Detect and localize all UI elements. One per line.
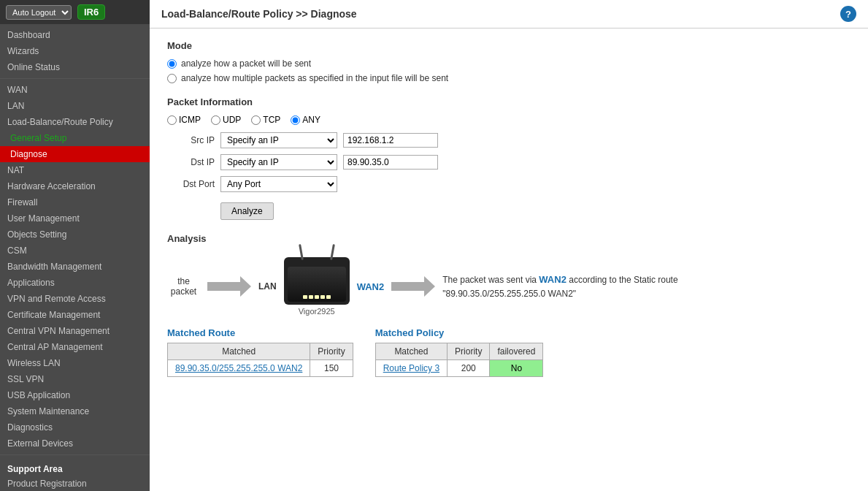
matched-policy-value[interactable]: Route Policy 3 <box>375 360 447 377</box>
matched-route-priority: 150 <box>310 360 353 377</box>
page-title: Load-Balance/Route Policy >> Diagnose <box>161 8 357 20</box>
sidebar-support: Support Area Product Registration <box>0 455 150 491</box>
sidebar-item-ssl-vpn[interactable]: SSL VPN <box>0 371 150 387</box>
router-label: Vigor2925 <box>299 307 335 316</box>
page-content: Mode analyze how a packet will be sent a… <box>150 28 868 491</box>
wan2-link[interactable]: WAN2 <box>357 281 385 292</box>
src-ip-dropdown[interactable]: Specify an IP <box>220 132 337 148</box>
packet-info-section: Packet Information ICMP UDP TCP ANY <box>167 96 850 220</box>
mode-option-2[interactable]: analyze how multiple packets as specifie… <box>167 73 850 83</box>
sidebar-item-wan[interactable]: WAN <box>0 82 150 98</box>
protocol-tcp[interactable]: TCP <box>251 115 280 125</box>
arrow-right <box>391 275 435 298</box>
lan-label: LAN <box>258 281 277 292</box>
dst-port-row: Dst Port Any Port <box>167 176 850 192</box>
mode-title: Mode <box>167 40 850 51</box>
sidebar-item-dashboard[interactable]: Dashboard <box>0 27 150 43</box>
sidebar-item-central-ap[interactable]: Central AP Management <box>0 339 150 355</box>
sidebar-item-objects-setting[interactable]: Objects Setting <box>0 227 150 243</box>
matched-route-value[interactable]: 89.90.35.0/255.255.255.0 WAN2 <box>168 360 310 377</box>
src-ip-label: Src IP <box>167 135 215 145</box>
table-row: Route Policy 3 200 No <box>375 360 543 377</box>
proto-radio-udp[interactable] <box>211 115 220 125</box>
topbar: Load-Balance/Route Policy >> Diagnose ? <box>150 0 868 28</box>
help-button[interactable]: ? <box>840 6 856 22</box>
sidebar-item-usb-application[interactable]: USB Application <box>0 387 150 403</box>
proto-radio-icmp[interactable] <box>167 115 177 125</box>
analysis-section: Analysis thepacket LAN <box>167 233 850 377</box>
matched-policy-col-failovered: failovered <box>490 343 543 360</box>
mode-radio-1[interactable] <box>167 59 177 69</box>
svg-marker-0 <box>207 276 251 297</box>
matched-policy-block: Matched Policy Matched Priority failover… <box>375 327 544 377</box>
protocol-row: ICMP UDP TCP ANY <box>167 115 850 125</box>
matched-policy-header-row: Matched Priority failovered <box>375 343 543 360</box>
src-ip-input[interactable] <box>343 133 438 148</box>
sidebar-support-label: Support Area <box>0 458 150 476</box>
sidebar-item-product-registration[interactable]: Product Registration <box>0 476 150 491</box>
protocol-any[interactable]: ANY <box>291 115 320 125</box>
antenna-left-icon <box>299 244 304 260</box>
proto-label-udp: UDP <box>223 115 241 125</box>
sidebar-header: Auto Logout IR6 <box>0 0 150 24</box>
port-4 <box>320 295 325 299</box>
router-box: Vigor2925 <box>284 257 350 316</box>
sidebar-item-diagnostics[interactable]: Diagnostics <box>0 419 150 435</box>
mode-option-1[interactable]: analyze how a packet will be sent <box>167 58 850 69</box>
router-ports <box>303 295 331 299</box>
router-body <box>288 267 346 302</box>
router-image <box>284 257 350 305</box>
matched-route-block: Matched Route Matched Priority 89.90.35.… <box>167 327 353 377</box>
dst-ip-dropdown[interactable]: Specify an IP <box>220 154 337 170</box>
matched-policy-failovered: No <box>490 360 543 377</box>
sidebar-item-bandwidth-management[interactable]: Bandwidth Management <box>0 259 150 275</box>
table-row: 89.90.35.0/255.255.255.0 WAN2 150 <box>168 360 353 377</box>
sidebar-item-central-vpn[interactable]: Central VPN Management <box>0 323 150 339</box>
sidebar-item-wizards[interactable]: Wizards <box>0 43 150 59</box>
arrow-left <box>207 275 251 298</box>
sidebar-item-cert-mgmt[interactable]: Certificate Management <box>0 307 150 323</box>
protocol-udp[interactable]: UDP <box>211 115 241 125</box>
sidebar-item-external-devices[interactable]: External Devices <box>0 435 150 452</box>
dst-port-dropdown[interactable]: Any Port <box>220 176 337 192</box>
matched-policy-title: Matched Policy <box>375 327 544 338</box>
src-ip-row: Src IP Specify an IP <box>167 132 850 148</box>
analysis-title: Analysis <box>167 233 850 244</box>
sidebar-item-lan[interactable]: LAN <box>0 98 150 114</box>
dst-ip-input[interactable] <box>343 155 438 170</box>
matched-route-title: Matched Route <box>167 327 353 338</box>
mode-radio-2[interactable] <box>167 74 177 83</box>
proto-radio-tcp[interactable] <box>251 115 261 125</box>
proto-label-tcp: TCP <box>263 115 280 125</box>
sidebar-item-user-management[interactable]: User Management <box>0 210 150 227</box>
sidebar-item-vpn-remote[interactable]: VPN and Remote Access <box>0 291 150 307</box>
sidebar-item-general-setup[interactable]: General Setup <box>0 130 150 146</box>
mode-label-2: analyze how multiple packets as specifie… <box>181 73 448 83</box>
result-wan2-link[interactable]: WAN2 <box>539 274 566 285</box>
antenna-right-icon <box>330 244 335 260</box>
protocol-icmp[interactable]: ICMP <box>167 115 201 125</box>
proto-radio-any[interactable] <box>291 115 300 125</box>
matched-policy-col-priority: Priority <box>448 343 490 360</box>
sidebar-item-hardware-acceleration[interactable]: Hardware Acceleration <box>0 178 150 194</box>
sidebar-item-firewall[interactable]: Firewall <box>0 194 150 210</box>
sidebar-item-system-maintenance[interactable]: System Maintenance <box>0 403 150 419</box>
sidebar-item-applications[interactable]: Applications <box>0 275 150 291</box>
sidebar-item-diagnose[interactable]: Diagnose <box>0 146 150 162</box>
port-3 <box>315 295 319 299</box>
analyze-button[interactable]: Analyze <box>220 202 274 220</box>
sidebar-item-online-status[interactable]: Online Status <box>0 59 150 75</box>
matched-route-table: Matched Priority 89.90.35.0/255.255.255.… <box>167 343 353 377</box>
sidebar-item-load-balance[interactable]: Load-Balance/Route Policy <box>0 114 150 130</box>
dst-ip-row: Dst IP Specify an IP <box>167 154 850 170</box>
auto-logout-select[interactable]: Auto Logout <box>6 5 72 20</box>
svg-marker-1 <box>391 276 435 297</box>
tables-row: Matched Route Matched Priority 89.90.35.… <box>167 327 850 377</box>
sidebar-item-wireless-lan[interactable]: Wireless LAN <box>0 355 150 371</box>
dst-ip-label: Dst IP <box>167 157 215 167</box>
sidebar-item-csm[interactable]: CSM <box>0 243 150 259</box>
sidebar: Auto Logout IR6 Dashboard Wizards Online… <box>0 0 150 491</box>
mode-label-1: analyze how a packet will be sent <box>181 58 311 69</box>
port-5 <box>326 295 331 299</box>
sidebar-item-nat[interactable]: NAT <box>0 162 150 178</box>
